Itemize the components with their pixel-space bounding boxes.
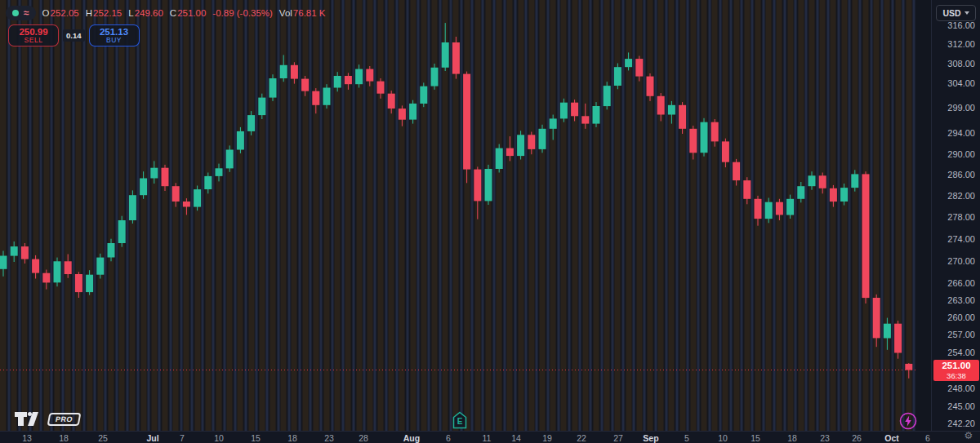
candle-body (140, 179, 147, 196)
sell-button[interactable]: 250.99 SELL (8, 24, 59, 47)
candle-body (312, 91, 319, 105)
candle-body (280, 65, 287, 78)
candle-body (399, 109, 406, 120)
trading-chart-app: ≈ O252.05 H252.15 L249.60 C251.00 -0.89 … (0, 0, 980, 443)
price-axis-label: 286.00 (947, 170, 975, 179)
candle-body (560, 103, 568, 119)
time-axis-label: 26 (852, 433, 862, 443)
candle-body (65, 261, 72, 274)
candle-body (345, 76, 352, 84)
trade-buttons: 250.99 SELL 0.14 251.13 BUY (8, 24, 140, 47)
time-axis-label: 10 (718, 433, 728, 443)
price-axis[interactable]: 251.00 36:38 316.00312.00308.00304.00299… (931, 0, 980, 431)
candle-body (11, 246, 18, 256)
candle-body (894, 324, 902, 353)
candle-body (711, 122, 719, 142)
currency-dropdown[interactable]: USD (936, 5, 976, 21)
candle-body (118, 220, 126, 243)
candle-body (388, 94, 395, 109)
time-axis-label: 22 (577, 433, 586, 443)
candle-body (689, 129, 697, 153)
candle-body (743, 180, 751, 199)
candle-body (819, 175, 826, 188)
candle-body (539, 129, 546, 149)
candle-body (797, 186, 804, 199)
last-price-value: 251.00 (933, 361, 979, 371)
candle-body (755, 199, 762, 219)
candle-body (301, 79, 309, 91)
time-axis-label: 19 (542, 433, 552, 443)
candle-body (237, 131, 244, 150)
candle-body (733, 162, 740, 180)
market-status-pill[interactable]: ≈ (6, 6, 36, 20)
candle-body (635, 59, 643, 77)
time-axis-label: Sep (643, 433, 658, 443)
candle-body (204, 176, 212, 189)
candle-body (32, 259, 39, 273)
candle-body (851, 174, 858, 188)
candle-body (593, 106, 600, 124)
candle-body (474, 170, 481, 202)
price-axis-label: 242.20 (947, 419, 975, 428)
axis-settings-button[interactable]: ⚙ (960, 430, 977, 442)
time-axis-label: 6 (925, 433, 930, 443)
candle-body (884, 324, 891, 339)
price-axis-label: 254.00 (947, 348, 975, 357)
candle-body (0, 256, 7, 269)
candle-body (506, 148, 514, 157)
buy-button[interactable]: 251.13 BUY (89, 24, 140, 47)
time-axis-label: 15 (251, 433, 261, 443)
price-axis-label: 299.00 (947, 103, 975, 113)
tradingview-mark-icon (15, 410, 42, 427)
time-axis-label: Oct (884, 433, 899, 443)
price-axis-label: 248.00 (947, 383, 975, 393)
chart-pane[interactable]: ≈ O252.05 H252.15 L249.60 C251.00 -0.89 … (0, 0, 931, 431)
price-axis-label: 312.00 (947, 39, 975, 49)
volume-value: Vol76.81 K (279, 8, 326, 18)
time-axis-label: 18 (287, 433, 297, 443)
spread-value: 0.14 (63, 29, 85, 42)
time-axis-label: 7 (180, 433, 185, 443)
price-axis-label: 308.00 (947, 59, 975, 69)
candle-body (571, 103, 578, 117)
open-value: O252.05 (42, 8, 79, 18)
candle-body (366, 69, 373, 82)
candle-body (873, 298, 880, 338)
price-axis-label: 304.00 (947, 78, 975, 88)
pro-badge: PRO (47, 413, 82, 426)
price-axis-label: 266.00 (947, 278, 975, 288)
time-axis[interactable]: 131825Jul71015182328Aug61114192227Sep510… (0, 431, 980, 443)
candle-body (270, 78, 277, 98)
candle-body (226, 150, 234, 169)
ohlc-legend: ≈ O252.05 H252.15 L249.60 C251.00 -0.89 … (6, 6, 326, 20)
time-axis-label: 23 (820, 433, 830, 443)
price-axis-label: 263.00 (947, 295, 975, 305)
close-value: C251.00 (170, 8, 207, 18)
candle-body (183, 202, 190, 207)
earnings-marker[interactable]: E (452, 411, 467, 429)
realtime-status-dot-icon (12, 10, 19, 16)
time-axis-label: 15 (751, 433, 760, 443)
candle-body (657, 96, 665, 115)
time-axis-label: 11 (483, 433, 492, 443)
candle-body (496, 148, 503, 169)
price-axis-label: 245.00 (947, 401, 975, 411)
candle-body (840, 188, 848, 202)
candle-body (150, 168, 158, 179)
flash-button[interactable] (898, 411, 918, 431)
currency-label: USD (942, 8, 960, 18)
last-price-label: 251.00 36:38 (933, 360, 979, 381)
candle-body (75, 274, 82, 292)
candle-body (431, 68, 439, 86)
lightning-icon (898, 411, 918, 431)
candle-body (647, 77, 654, 96)
candle-body (377, 82, 385, 94)
candle-body (862, 174, 870, 298)
candle-body (668, 105, 675, 115)
price-axis-label: 294.00 (947, 128, 975, 138)
candle-body (808, 175, 816, 186)
price-axis-label: 290.00 (947, 149, 975, 159)
tradingview-logo[interactable]: PRO (15, 410, 80, 427)
candle-body (528, 135, 535, 149)
time-axis-label: Jul (146, 433, 158, 443)
